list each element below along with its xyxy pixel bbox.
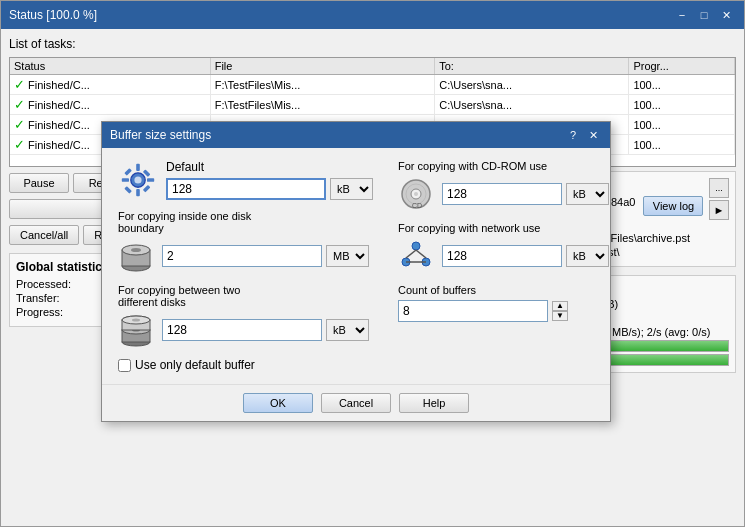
between-disks-input-group: kB MB bbox=[162, 319, 369, 341]
network-value-input[interactable] bbox=[442, 245, 562, 267]
cancel-all-button[interactable]: Cancel/all bbox=[9, 225, 79, 245]
cdrom-section: For copying with CD-ROM use bbox=[398, 160, 609, 212]
svg-point-1 bbox=[134, 176, 141, 183]
table-row[interactable]: ✓ Finished/C... F:\TestFiles\Mis... C:\U… bbox=[10, 95, 735, 115]
list-of-tasks-label: List of tasks: bbox=[9, 37, 736, 51]
minimize-button[interactable]: − bbox=[672, 7, 692, 23]
use-default-label: Use only default buffer bbox=[135, 358, 255, 372]
modal-right-col: For copying with CD-ROM use bbox=[398, 160, 609, 372]
row1-file: F:\TestFiles\Mis... bbox=[210, 75, 435, 95]
scroll-right-button[interactable]: ► bbox=[709, 200, 729, 220]
row1-status: ✓ Finished/C... bbox=[10, 75, 210, 95]
inside-disk-input-row: kB MB bbox=[118, 238, 378, 274]
modal-two-col: Default kB MB bbox=[118, 160, 594, 372]
maximize-button[interactable]: □ bbox=[694, 7, 714, 23]
ok-button[interactable]: OK bbox=[243, 393, 313, 413]
default-input-area: Default kB MB bbox=[166, 160, 373, 200]
svg-rect-9 bbox=[143, 185, 151, 193]
default-unit-select[interactable]: kB MB bbox=[330, 178, 373, 200]
svg-line-31 bbox=[416, 250, 426, 258]
modal-title: Buffer size settings bbox=[110, 128, 211, 142]
cdrom-input-group: kB MB bbox=[442, 183, 609, 205]
between-disks-input-row: kB MB bbox=[118, 312, 378, 348]
inside-disk-value-input[interactable] bbox=[162, 245, 322, 267]
table-row[interactable]: ✓ Finished/C... F:\TestFiles\Mis... C:\U… bbox=[10, 75, 735, 95]
row2-file: F:\TestFiles\Mis... bbox=[210, 95, 435, 115]
col-header-status: Status bbox=[10, 58, 210, 75]
pause-button[interactable]: Pause bbox=[9, 173, 69, 193]
title-bar-controls: − □ ✕ bbox=[672, 7, 736, 23]
network-input-group: kB MB bbox=[442, 245, 609, 267]
row2-to: C:\Users\sna... bbox=[435, 95, 629, 115]
inside-disk-unit-select[interactable]: kB MB bbox=[326, 245, 369, 267]
cdrom-unit-select[interactable]: kB MB bbox=[566, 183, 609, 205]
spinner-down-button[interactable]: ▼ bbox=[552, 311, 568, 321]
modal-controls: ? ✕ bbox=[564, 127, 602, 143]
main-window: Status [100.0 %] − □ ✕ List of tasks: St… bbox=[0, 0, 745, 527]
default-input-group: kB MB bbox=[166, 178, 373, 200]
svg-point-13 bbox=[131, 248, 141, 252]
cdrom-value-input[interactable] bbox=[442, 183, 562, 205]
count-buffers-input[interactable] bbox=[398, 300, 548, 322]
row4-progress: 100... bbox=[629, 135, 735, 155]
use-default-checkbox-row: Use only default buffer bbox=[118, 358, 378, 372]
check-icon: ✓ bbox=[14, 137, 25, 152]
inside-disk-label: For copying inside one disk boundary bbox=[118, 210, 278, 234]
count-buffers-label: Count of buffers bbox=[398, 284, 558, 296]
between-disks-section: For copying between two different disks bbox=[118, 284, 378, 348]
modal-body: Default kB MB bbox=[102, 148, 610, 384]
modal-help-icon-button[interactable]: ? bbox=[564, 127, 582, 143]
cdrom-label: For copying with CD-ROM use bbox=[398, 160, 558, 172]
default-label: Default bbox=[166, 160, 326, 174]
svg-rect-3 bbox=[136, 189, 140, 196]
use-default-checkbox[interactable] bbox=[118, 359, 131, 372]
check-icon: ✓ bbox=[14, 97, 25, 112]
modal-left-col: Default kB MB bbox=[118, 160, 378, 372]
svg-point-21 bbox=[132, 319, 140, 322]
row2-status: ✓ Finished/C... bbox=[10, 95, 210, 115]
col-header-progress: Progr... bbox=[629, 58, 735, 75]
count-buffers-input-row: ▲ ▼ bbox=[398, 300, 609, 322]
disk-icon bbox=[118, 238, 154, 274]
modal-footer: OK Cancel Help bbox=[102, 384, 610, 421]
col-header-to: To: bbox=[435, 58, 629, 75]
svg-rect-2 bbox=[136, 164, 140, 171]
title-bar: Status [100.0 %] − □ ✕ bbox=[1, 1, 744, 29]
modal-close-button[interactable]: ✕ bbox=[584, 127, 602, 143]
svg-rect-8 bbox=[124, 186, 132, 194]
window-title: Status [100.0 %] bbox=[9, 8, 97, 22]
inside-disk-section: For copying inside one disk boundary bbox=[118, 210, 378, 274]
between-disks-unit-select[interactable]: kB MB bbox=[326, 319, 369, 341]
close-button[interactable]: ✕ bbox=[716, 7, 736, 23]
gear-icon bbox=[118, 160, 158, 200]
svg-point-27 bbox=[412, 242, 420, 250]
count-buffers-section: Count of buffers ▲ ▼ bbox=[398, 284, 609, 322]
svg-line-30 bbox=[406, 250, 416, 258]
network-label: For copying with network use bbox=[398, 222, 558, 234]
spinner-up-button[interactable]: ▲ bbox=[552, 301, 568, 311]
svg-rect-4 bbox=[122, 178, 129, 182]
side-scroll-buttons: ... ► bbox=[709, 178, 729, 220]
help-button[interactable]: Help bbox=[399, 393, 469, 413]
modal-title-bar: Buffer size settings ? ✕ bbox=[102, 122, 610, 148]
check-icon: ✓ bbox=[14, 117, 25, 132]
scroll-top-button[interactable]: ... bbox=[709, 178, 729, 198]
svg-rect-6 bbox=[124, 168, 132, 176]
row3-progress: 100... bbox=[629, 115, 735, 135]
col-header-file: File bbox=[210, 58, 435, 75]
default-value-input[interactable] bbox=[166, 178, 326, 200]
row1-to: C:\Users\sna... bbox=[435, 75, 629, 95]
inside-disk-input-group: kB MB bbox=[162, 245, 369, 267]
check-icon: ✓ bbox=[14, 77, 25, 92]
between-disks-label: For copying between two different disks bbox=[118, 284, 278, 308]
network-icon bbox=[398, 238, 434, 274]
network-unit-select[interactable]: kB MB bbox=[566, 245, 609, 267]
between-disks-value-input[interactable] bbox=[162, 319, 322, 341]
row2-progress: 100... bbox=[629, 95, 735, 115]
row1-progress: 100... bbox=[629, 75, 735, 95]
svg-text:CD: CD bbox=[412, 202, 422, 209]
cdrom-input-row: CD kB MB bbox=[398, 176, 609, 212]
buffer-size-modal: Buffer size settings ? ✕ bbox=[101, 121, 611, 422]
cancel-button[interactable]: Cancel bbox=[321, 393, 391, 413]
view-log-button[interactable]: View log bbox=[643, 196, 703, 216]
